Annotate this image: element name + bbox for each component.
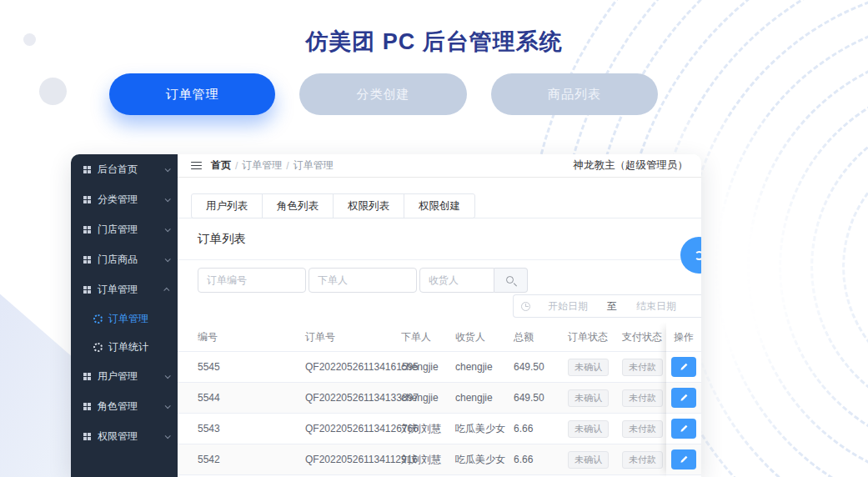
sidebar-item-2[interactable]: 门店管理	[71, 214, 178, 244]
cell-total: 6.66	[514, 423, 568, 434]
pencil-icon	[680, 423, 689, 435]
cell-receiver: chengjie	[455, 361, 514, 373]
receiver-input[interactable]	[419, 268, 494, 293]
edit-button[interactable]	[671, 388, 696, 408]
clock-icon	[521, 302, 530, 311]
sidebar: 后台首页分类管理门店管理门店商品订单管理订单管理订单统计用户管理角色管理权限管理	[71, 154, 178, 477]
chevron-down-icon	[165, 373, 171, 379]
order-number-input[interactable]	[198, 268, 306, 293]
chevron-up-icon	[163, 287, 169, 293]
order-status-badge: 未确认	[568, 359, 609, 376]
decorative-dot-big	[39, 78, 67, 105]
sidebar-item-5[interactable]: 用户管理	[71, 361, 178, 391]
nav-button-product-list[interactable]: 商品列表	[491, 73, 658, 115]
end-date-placeholder: 结束日期	[619, 299, 694, 314]
chevron-down-icon	[165, 256, 171, 262]
fixed-action-column: 操作	[666, 323, 701, 477]
cell-total: 649.50	[514, 361, 568, 373]
date-range-picker[interactable]: 开始日期 至 结束日期	[513, 294, 701, 318]
order-list-panel: 订单列表 开始日期 至 结束日期	[178, 218, 701, 477]
grid-icon	[83, 286, 91, 294]
sidebar-item-0[interactable]: 后台首页	[71, 154, 178, 184]
nav-button-category-create[interactable]: 分类创建	[299, 73, 467, 115]
grid-icon	[83, 433, 91, 440]
sidebar-item-label: 权限管理	[98, 429, 138, 444]
table-row: 5544QF202205261134133897chengjiechengjie…	[178, 383, 701, 414]
sidebar-item-label: 门店管理	[98, 223, 138, 237]
grid-icon	[83, 196, 91, 203]
pencil-icon	[680, 454, 689, 466]
sidebar-item-label: 门店商品	[98, 253, 138, 267]
tab-permission-list[interactable]: 权限列表	[334, 194, 404, 218]
sidebar-subitem-4-1[interactable]: 订单统计	[71, 333, 178, 361]
cell-total: 649.50	[514, 392, 568, 404]
breadcrumb-level2: 订单管理	[242, 158, 282, 173]
sidebar-item-label: 角色管理	[98, 399, 138, 414]
table-header-row: 编号 订单号 下单人 收货人 总额 订单状态 支付状态	[178, 323, 701, 352]
search-button[interactable]	[494, 268, 528, 293]
column-header-buyer: 下单人	[401, 330, 455, 344]
cell-id: 5543	[178, 423, 305, 434]
pay-status-badge: 未付款	[622, 359, 663, 376]
column-header-order-status: 订单状态	[568, 330, 622, 344]
admin-dashboard: 后台首页分类管理门店管理门店商品订单管理订单管理订单统计用户管理角色管理权限管理…	[71, 154, 701, 477]
tab-user-list[interactable]: 用户列表	[192, 194, 263, 218]
page-title: 仿美团 PC 后台管理系统	[0, 27, 868, 57]
sidebar-item-label: 订单管理	[98, 283, 138, 297]
cell-id: 5545	[178, 361, 305, 373]
current-user-label: 神龙教主（超级管理员）	[574, 158, 689, 173]
breadcrumb-level3: 订单管理	[294, 158, 334, 173]
column-header-receiver: 收货人	[455, 330, 514, 344]
order-status-badge: 未确认	[568, 451, 609, 469]
sidebar-item-4[interactable]: 订单管理	[71, 274, 178, 304]
cell-order-status: 未确认	[568, 420, 622, 438]
topbar: 首页 / 订单管理 / 订单管理 神龙教主（超级管理员）	[178, 154, 701, 178]
cell-buyer: chengjie	[401, 361, 455, 373]
buyer-input[interactable]	[309, 268, 417, 293]
cell-order-no: QF202205261134112916	[305, 454, 401, 465]
chevron-down-icon	[165, 403, 171, 409]
pencil-icon	[680, 392, 689, 404]
sidebar-item-7[interactable]: 权限管理	[71, 421, 178, 451]
tab-bar: 用户列表 角色列表 权限列表 权限创建	[191, 193, 475, 218]
date-range-separator: 至	[605, 299, 619, 314]
action-cell	[666, 383, 701, 414]
date-row: 开始日期 至 结束日期	[178, 294, 701, 318]
sidebar-item-3[interactable]: 门店商品	[71, 244, 178, 274]
edit-button[interactable]	[671, 449, 696, 469]
column-header-actions: 操作	[666, 323, 701, 352]
edit-button[interactable]	[671, 419, 696, 439]
sidebar-item-6[interactable]: 角色管理	[71, 391, 178, 421]
main-content: 首页 / 订单管理 / 订单管理 神龙教主（超级管理员） 用户列表 角色列表 权…	[178, 154, 701, 477]
sidebar-item-1[interactable]: 分类管理	[71, 184, 178, 214]
cell-buyer: 刘刘刘慧	[401, 422, 455, 436]
collapse-menu-icon[interactable]	[191, 162, 202, 170]
breadcrumb-separator: /	[235, 160, 238, 172]
gear-icon	[93, 314, 103, 324]
refresh-icon	[695, 251, 702, 260]
table-body: 5545QF202205261134161595chengjiechengjie…	[178, 352, 701, 475]
cell-total: 6.66	[514, 454, 568, 465]
cell-receiver: chengjie	[455, 392, 514, 404]
pencil-icon	[680, 361, 689, 374]
edit-button[interactable]	[671, 357, 696, 377]
chevron-down-icon	[165, 433, 171, 439]
action-cell	[666, 352, 701, 383]
tab-role-list[interactable]: 角色列表	[263, 194, 334, 218]
action-cells	[666, 352, 701, 475]
grid-icon	[83, 403, 91, 410]
nav-button-order-management[interactable]: 订单管理	[109, 73, 275, 115]
grid-icon	[83, 166, 91, 173]
sidebar-subitem-4-0[interactable]: 订单管理	[71, 304, 178, 333]
breadcrumb-home[interactable]: 首页	[211, 158, 231, 173]
grid-icon	[83, 226, 91, 233]
cell-order-no: QF202205261134161595	[305, 361, 401, 373]
action-cell	[666, 444, 701, 475]
cell-receiver: 吃瓜美少女	[455, 422, 514, 436]
cell-order-status: 未确认	[568, 389, 622, 407]
panel-title: 订单列表	[198, 231, 246, 247]
tab-permission-create[interactable]: 权限创建	[404, 194, 474, 218]
sidebar-item-label: 分类管理	[98, 193, 138, 207]
action-cell	[666, 414, 701, 444]
sidebar-subitem-label: 订单管理	[108, 312, 148, 326]
